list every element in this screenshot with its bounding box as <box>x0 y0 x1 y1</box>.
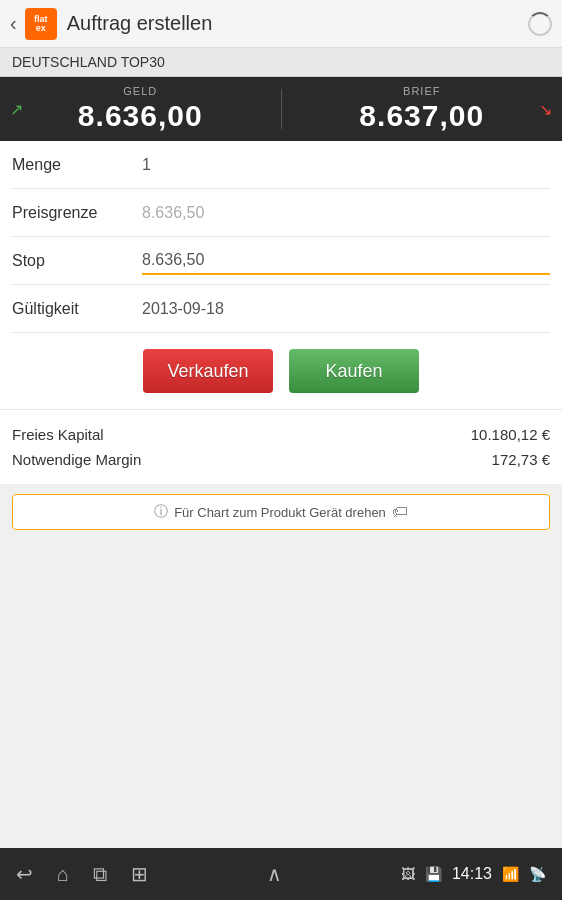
freies-kapital-row: Freies Kapital 10.180,12 € <box>12 422 550 447</box>
brief-label: BRIEF <box>403 85 440 97</box>
notwendige-margin-label: Notwendige Margin <box>12 451 141 468</box>
geld-arrow-icon: ↗ <box>10 100 23 119</box>
logo-text: flat ex <box>34 15 48 33</box>
up-arrow-nav-icon[interactable]: ∧ <box>267 862 282 886</box>
chart-hint-text: Für Chart zum Produkt Gerät drehen <box>174 505 386 520</box>
menge-input[interactable] <box>142 152 550 178</box>
chart-hint: ⓘ Für Chart zum Produkt Gerät drehen 🏷 <box>12 494 550 530</box>
preisgrenze-input[interactable] <box>142 200 550 226</box>
gueltigkeit-row: Gültigkeit <box>12 285 550 333</box>
price-row: GELD ↗ 8.636,00 BRIEF 8.637,00 ↘ <box>0 77 562 141</box>
back-nav-icon[interactable]: ↩ <box>16 862 33 886</box>
scan-nav-icon[interactable]: ⊞ <box>131 862 148 886</box>
preisgrenze-label: Preisgrenze <box>12 204 142 222</box>
top-bar: ‹ flat ex Auftrag erstellen <box>0 0 562 48</box>
sell-button[interactable]: Verkaufen <box>143 349 273 393</box>
menge-label: Menge <box>12 156 142 174</box>
wifi-icon: 📶 <box>502 866 519 882</box>
clock-text: 14:13 <box>452 865 492 883</box>
info-icon: ⓘ <box>154 503 168 521</box>
brief-value: 8.637,00 <box>359 99 484 133</box>
loading-spinner <box>528 12 552 36</box>
stop-label: Stop <box>12 252 142 270</box>
stop-row: Stop <box>12 237 550 285</box>
recents-nav-icon[interactable]: ⧉ <box>93 863 107 886</box>
nav-icons-left: ↩ ⌂ ⧉ ⊞ <box>16 862 148 886</box>
gueltigkeit-label: Gültigkeit <box>12 300 142 318</box>
stop-input[interactable] <box>142 247 550 275</box>
gueltigkeit-input[interactable] <box>142 296 550 322</box>
brief-price-col: BRIEF 8.637,00 ↘ <box>282 85 563 133</box>
notwendige-margin-row: Notwendige Margin 172,73 € <box>12 447 550 472</box>
image-status-icon: 🖼 <box>401 866 415 882</box>
page-title: Auftrag erstellen <box>67 12 528 35</box>
menge-row: Menge <box>12 141 550 189</box>
form-area: Menge Preisgrenze Stop Gültigkeit <box>0 141 562 333</box>
buy-button[interactable]: Kaufen <box>289 349 419 393</box>
geld-price-col: GELD ↗ 8.636,00 <box>0 85 281 133</box>
section-header: DEUTSCHLAND TOP30 <box>0 48 562 77</box>
bottom-bar: ↩ ⌂ ⧉ ⊞ ∧ 🖼 💾 14:13 📶 📡 <box>0 848 562 900</box>
geld-label: GELD <box>123 85 157 97</box>
geld-value: 8.636,00 <box>78 99 203 133</box>
home-nav-icon[interactable]: ⌂ <box>57 863 69 886</box>
freies-kapital-label: Freies Kapital <box>12 426 104 443</box>
preisgrenze-row: Preisgrenze <box>12 189 550 237</box>
brief-arrow-icon: ↘ <box>539 100 552 119</box>
sd-card-icon: 💾 <box>425 866 442 882</box>
notwendige-margin-value: 172,73 € <box>492 451 550 468</box>
info-area: Freies Kapital 10.180,12 € Notwendige Ma… <box>0 410 562 484</box>
button-row: Verkaufen Kaufen <box>0 333 562 410</box>
tag-icon: 🏷 <box>392 503 408 521</box>
app-logo: flat ex <box>25 8 57 40</box>
nav-icons-right: 🖼 💾 14:13 📶 📡 <box>401 865 546 883</box>
signal-icon: 📡 <box>529 866 546 882</box>
back-icon[interactable]: ‹ <box>10 12 17 35</box>
freies-kapital-value: 10.180,12 € <box>471 426 550 443</box>
